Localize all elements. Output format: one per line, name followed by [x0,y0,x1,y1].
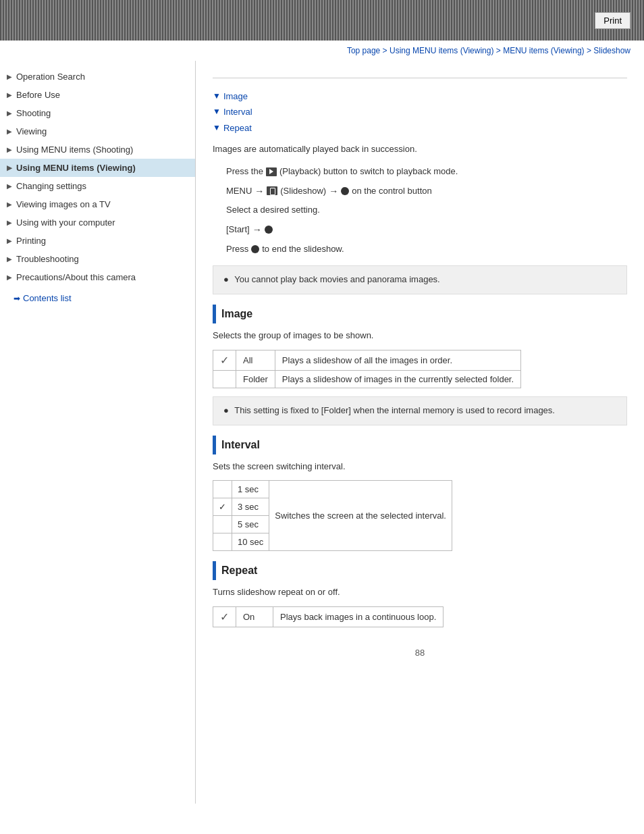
arrow-sym: → [254,182,264,201]
sidebar-item-label: Viewing [16,126,47,136]
interval-section-title: Interval [221,439,260,451]
menu-text: MENU [226,183,252,200]
arrow-icon: ▶ [7,182,12,190]
sidebar-item-label: Before Use [16,90,60,100]
press-end-text: Press [226,241,248,258]
anchor-image[interactable]: ▼ Image [213,88,627,104]
print-button[interactable]: Print [595,12,630,29]
instruction-block: Press the (Playback) button to switch to… [226,163,627,257]
image-section-desc: Selects the group of images to be shown. [213,329,627,343]
arrow-icon: ▶ [7,91,12,99]
arrow-icon: ▶ [7,255,12,263]
sidebar-item-label: Using MENU items (Shooting) [16,145,133,155]
instr-line-3: Select a desired setting. [226,202,627,219]
desc-cell-interval: Switches the screen at the selected inte… [269,481,452,551]
anchor-image-label: Image [223,88,248,104]
arrow-icon: ▶ [7,201,12,208]
anchor-interval[interactable]: ▼ Interval [213,104,627,120]
page-number: 88 [213,648,627,658]
arrow-icon: ▶ [7,128,12,135]
arrow-icon: ▶ [7,164,12,172]
anchor-repeat-label: Repeat [223,120,252,136]
sidebar-item-label: Printing [16,236,46,246]
breadcrumb-slideshow[interactable]: Slideshow [593,46,630,55]
triangle-down-icon: ▼ [213,121,221,136]
sidebar-item-using-computer[interactable]: ▶ Using with your computer [0,213,195,232]
repeat-section-title: Repeat [221,565,257,577]
check-cell-folder [213,370,236,388]
sidebar-item-operation-search[interactable]: ▶ Operation Search [0,68,195,86]
repeat-section-heading: Repeat [213,561,627,580]
anchor-repeat[interactable]: ▼ Repeat [213,120,627,136]
sidebar-item-printing[interactable]: ▶ Printing [0,232,195,250]
label-cell-folder: Folder [236,370,275,388]
check-cell-on: ✓ [213,607,236,627]
intro-text: Images are automatically played back in … [213,142,627,157]
sidebar-item-label: Troubleshooting [16,254,79,264]
main-layout: ▶ Operation Search ▶ Before Use ▶ Shooti… [0,61,644,804]
contents-list-label: Contents list [23,293,72,303]
desc-cell-on: Plays back images in a continuous loop. [273,607,444,627]
contents-list-anchor[interactable]: ➡ Contents list [14,293,188,303]
control-text: on the control button [352,183,432,200]
breadcrumb-top[interactable]: Top page [347,46,380,55]
interval-section-desc: Sets the screen switching interval. [213,460,627,474]
anchor-interval-label: Interval [223,104,252,120]
val-cell-10sec: 10 sec [232,533,269,551]
separator [213,78,627,78]
arrow-icon: ▶ [7,146,12,153]
sidebar-item-menu-shooting[interactable]: ▶ Using MENU items (Shooting) [0,140,195,159]
arrow-icon: ▶ [7,237,12,244]
sidebar: ▶ Operation Search ▶ Before Use ▶ Shooti… [0,61,196,804]
breadcrumb-viewing-menu[interactable]: Using MENU items (Viewing) [390,46,493,55]
breadcrumb: Top page > Using MENU items (Viewing) > … [0,41,644,61]
label-cell-on: On [236,607,273,627]
sidebar-item-before-use[interactable]: ▶ Before Use [0,86,195,104]
triangle-down-icon: ▼ [213,89,221,104]
sidebar-item-label: Using MENU items (Viewing) [16,163,136,173]
label-cell-all: All [236,350,275,370]
contents-list-link[interactable]: ➡ Contents list [0,286,195,303]
desc-cell-all: Plays a slideshow of all the images in o… [275,350,520,370]
sidebar-item-shooting[interactable]: ▶ Shooting [0,104,195,122]
circle-button-icon [341,187,349,195]
circle-button-icon2 [265,226,273,234]
breadcrumb-menu-items[interactable]: MENU items (Viewing) [503,46,584,55]
table-row: 1 sec Switches the screen at the selecte… [213,481,452,498]
sidebar-item-menu-viewing[interactable]: ▶ Using MENU items (Viewing) [0,159,195,177]
instr-line-2: MENU → (Slideshow) → on the control butt… [226,182,627,201]
check-cell-1sec [213,481,232,498]
circle-button-icon3 [251,245,259,253]
arrow-icon: ▶ [7,109,12,117]
sidebar-item-viewing-tv[interactable]: ▶ Viewing images on a TV [0,195,195,213]
bullet-icon: ● [223,274,229,284]
note1-text: You cannot play back movies and panorama… [234,274,439,284]
table-row: ✓ On Plays back images in a continuous l… [213,607,444,627]
content-area: ▼ Image ▼ Interval ▼ Repeat Images are a… [196,61,644,804]
triangle-down-icon: ▼ [213,105,221,120]
sidebar-item-viewing[interactable]: ▶ Viewing [0,122,195,140]
sidebar-item-precautions[interactable]: ▶ Precautions/About this camera [0,268,195,286]
instr-line-5: Press to end the slideshow. [226,241,627,258]
check-cell-10sec [213,533,232,551]
blue-bar-icon3 [213,561,216,580]
playback-icon [266,167,277,176]
sidebar-item-label: Precautions/About this camera [16,272,136,282]
sidebar-item-label: Operation Search [16,72,85,82]
blue-bar-icon2 [213,436,216,454]
arrow-icon: ▶ [7,219,12,226]
sidebar-item-changing-settings[interactable]: ▶ Changing settings [0,177,195,195]
sidebar-item-troubleshooting[interactable]: ▶ Troubleshooting [0,250,195,268]
val-cell-1sec: 1 sec [232,481,269,498]
val-cell-3sec: 3 sec [232,498,269,516]
bullet-icon2: ● [223,405,229,415]
instr-line-1: Press the (Playback) button to switch to… [226,163,627,180]
press-end-text2: to end the slideshow. [262,241,344,258]
slideshow-text: (Slideshow) [280,183,326,200]
repeat-table: ✓ On Plays back images in a continuous l… [213,606,444,627]
arrow-icon: ▶ [7,73,12,80]
note-box-1: ● You cannot play back movies and panora… [213,265,627,294]
instr-line-4: [Start] → [226,221,627,239]
image-section-title: Image [221,308,252,320]
blue-bar-icon [213,305,216,323]
